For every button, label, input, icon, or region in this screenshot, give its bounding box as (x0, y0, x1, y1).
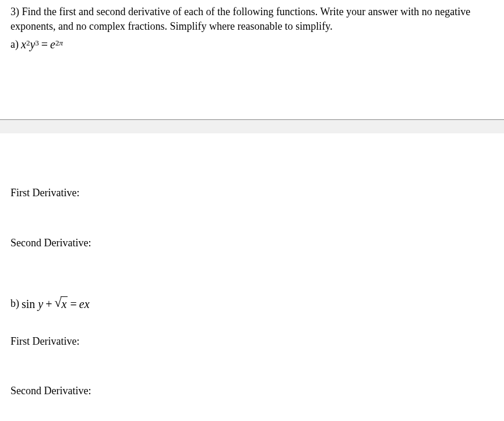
part-b: b) sin y + √ x = ex (10, 296, 494, 312)
part-a-equation: x2y3 = e2π (21, 36, 63, 52)
sin-text: sin (22, 296, 35, 312)
question-body: Find the first and second derivative of … (10, 6, 470, 32)
first-derivative-label-a: First Derivative: (10, 186, 494, 200)
second-derivative-label-b: Second Derivative: (10, 384, 494, 398)
var-e-b: e (79, 296, 84, 312)
part-a-label: a) (10, 37, 19, 52)
part-b-equation: sin y + √ x = ex (22, 296, 90, 312)
var-e: e (50, 36, 55, 52)
second-derivative-label-a: Second Derivative: (10, 236, 494, 250)
exp-e-sym: π (59, 38, 63, 48)
part-a: a) x2y3 = e2π (10, 36, 494, 52)
part-b-label: b) (10, 296, 19, 311)
separator-bar (0, 119, 504, 133)
var-x-b: x (84, 296, 90, 312)
var-x: x (21, 36, 26, 52)
equals-b: = (70, 296, 76, 312)
first-derivative-label-b: First Derivative: (10, 334, 494, 349)
exp-y: 3 (35, 38, 39, 48)
question-number: 3) (10, 6, 19, 17)
sqrt-content: x (61, 296, 68, 311)
var-y: y (30, 36, 35, 52)
plus-b: + (45, 296, 52, 312)
var-y-b: y (38, 296, 43, 312)
exp-x: 2 (26, 38, 30, 48)
sqrt-container: √ x (55, 296, 68, 311)
equals-a: = (41, 36, 48, 52)
question-text: 3) Find the first and second derivative … (10, 5, 494, 34)
